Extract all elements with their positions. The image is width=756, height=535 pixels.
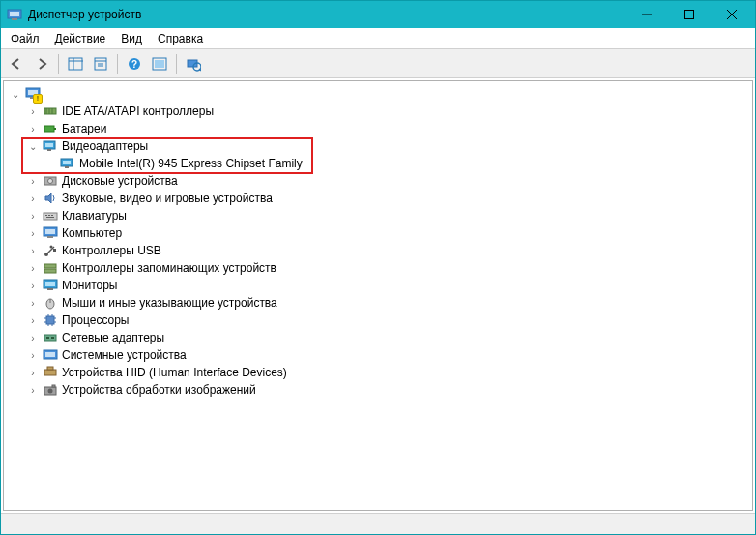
expand-icon[interactable]: › [27,246,39,256]
svg-rect-28 [44,126,54,132]
separator [176,54,177,74]
tree-item-usb-controllers[interactable]: › Контроллеры USB [4,242,752,259]
tree-item-mice[interactable]: › Мыши и иные указывающие устройства [4,294,752,312]
tree-item-monitors[interactable]: › Мониторы [4,277,752,294]
expand-icon[interactable]: › [27,281,39,291]
back-button[interactable] [5,52,28,75]
expand-icon[interactable]: › [27,228,39,239]
tree-item-processors[interactable]: › Процессоры [4,312,752,329]
svg-rect-17 [155,60,164,68]
tree-item-label: Устройства обработки изображений [62,383,256,397]
tree-item-intel-945[interactable]: Mobile Intel(R) 945 Express Chipset Fami… [4,155,752,172]
svg-rect-68 [51,337,54,339]
tree-item-disk-drives[interactable]: › Дисковые устройства [4,172,752,190]
expand-icon[interactable]: › [27,193,39,204]
expand-icon[interactable]: › [27,211,39,222]
svg-rect-31 [45,143,53,147]
menu-file[interactable]: Файл [3,30,47,47]
menu-action[interactable]: Действие [47,30,114,47]
display-adapter-icon [60,156,75,171]
svg-rect-53 [45,282,55,286]
minimize-button[interactable] [625,1,668,28]
action-center-button[interactable] [148,52,171,75]
tree-item-label: Контроллеры USB [62,244,161,257]
expand-icon[interactable]: › [27,176,39,187]
mouse-icon [43,295,58,311]
tree-item-system-devices[interactable]: › Системные устройства [4,346,752,364]
svg-line-47 [46,247,54,254]
computer-icon: ! [25,86,41,102]
keyboard-icon [43,208,58,223]
svg-point-37 [48,179,53,184]
display-adapter-icon [43,138,58,154]
tree-item-label: Дисковые устройства [62,174,178,188]
tree-item-sound[interactable]: › Звуковые, видео и игровые устройства [4,190,752,207]
expand-icon[interactable]: › [27,333,39,343]
tree-item-keyboards[interactable]: › Клавиатуры [4,207,752,224]
expand-icon[interactable]: › [27,106,39,117]
svg-rect-54 [47,288,53,290]
tree-item-label: IDE ATA/ATAPI контроллеры [62,104,214,118]
tree-item-label: Процессоры [62,313,130,327]
svg-rect-34 [63,161,71,164]
device-tree-panel[interactable]: ⌄ ! › IDE ATA/ATAPI контроллеры › Батаре… [3,80,753,511]
tree-item-imaging[interactable]: › Устройства обработки изображений [4,381,752,399]
close-button[interactable] [711,1,753,28]
properties-button[interactable] [89,52,112,75]
svg-rect-67 [46,337,49,339]
imaging-device-icon [43,382,58,398]
toolbar: ? [1,49,755,78]
computer-icon [43,225,58,241]
expand-icon[interactable]: › [27,368,39,378]
tree-item-label: Контроллеры запоминающих устройств [62,261,276,275]
svg-rect-40 [48,215,50,216]
help-button[interactable]: ? [123,52,146,75]
collapse-icon[interactable]: ⌄ [27,141,39,152]
tree-item-storage-controllers[interactable]: › Контроллеры запоминающих устройств [4,259,752,277]
tree-item-label: Компьютер [62,226,122,240]
tree-item-ide[interactable]: › IDE ATA/ATAPI контроллеры [4,103,752,120]
svg-point-48 [50,246,53,249]
monitor-icon [43,278,58,293]
tree-item-batteries[interactable]: › Батареи [4,120,752,137]
tree-root[interactable]: ⌄ ! [4,85,752,103]
svg-rect-71 [44,370,56,375]
tree-item-computer[interactable]: › Компьютер [4,224,752,242]
menu-view[interactable]: Вид [113,30,150,47]
expand-icon[interactable]: › [27,350,39,361]
storage-controller-icon [43,260,58,276]
svg-rect-75 [52,385,55,387]
expand-icon[interactable]: › [27,315,39,326]
tree-item-hid[interactable]: › Устройства HID (Human Interface Device… [4,364,752,381]
collapse-icon[interactable]: ⌄ [10,89,21,100]
menu-help[interactable]: Справка [150,30,211,47]
menubar: Файл Действие Вид Справка [1,28,755,49]
disk-drive-icon [43,173,58,189]
svg-rect-49 [53,249,56,252]
device-tree: ⌄ ! › IDE ATA/ATAPI контроллеры › Батаре… [4,85,752,399]
tree-item-display-adapters[interactable]: ⌄ Видеоадаптеры [4,137,752,155]
tree-item-network-adapters[interactable]: › Сетевые адаптеры [4,329,752,346]
svg-rect-51 [44,269,56,273]
expand-icon[interactable]: › [27,263,39,274]
tree-item-label: Системные устройства [62,348,187,362]
maximize-button[interactable] [668,1,711,28]
forward-button[interactable] [30,52,53,75]
svg-rect-4 [685,11,694,19]
scan-hardware-button[interactable] [182,52,205,75]
expand-icon[interactable]: › [27,385,39,396]
processor-icon [43,312,58,328]
tree-item-label: Устройства HID (Human Interface Devices) [62,366,287,379]
tree-item-label: Клавиатуры [62,209,127,223]
show-hide-tree-button[interactable] [64,52,87,75]
svg-text:?: ? [131,59,137,70]
svg-rect-7 [69,58,82,70]
expand-icon[interactable]: › [27,298,39,309]
svg-rect-72 [47,367,53,370]
tree-item-label: Мыши и иные указывающие устройства [62,296,277,310]
svg-rect-44 [45,229,55,234]
expand-icon[interactable]: › [27,124,39,134]
window-title: Диспетчер устройств [28,8,625,21]
network-adapter-icon [43,330,58,345]
svg-rect-41 [51,215,53,216]
